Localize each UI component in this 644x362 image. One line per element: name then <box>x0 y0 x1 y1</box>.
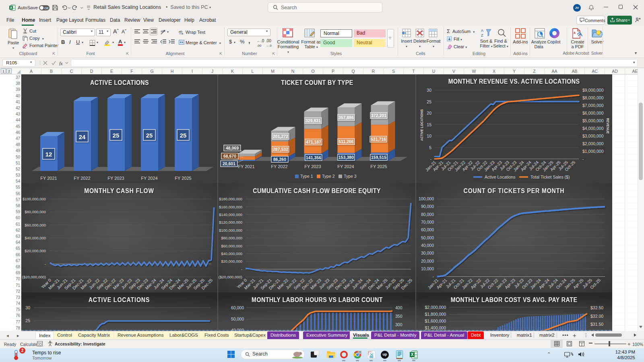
svg-text:FY 2024: FY 2024 <box>141 176 157 181</box>
svg-text:400: 400 <box>395 305 402 310</box>
svg-text:($20,000,000): ($20,000,000) <box>219 275 242 279</box>
svg-text:25: 25 <box>427 99 431 104</box>
svg-text:FY 2022: FY 2022 <box>74 176 90 181</box>
svg-text:$1,400,000: $1,400,000 <box>425 325 446 330</box>
svg-text:$2,000,000: $2,000,000 <box>582 141 604 146</box>
svg-text:Z: Z <box>481 33 483 37</box>
svg-text:ab: ab <box>179 30 182 33</box>
svg-text:MONTHLY LABOR COST VS AVG. PAY: MONTHLY LABOR COST VS AVG. PAY RATE <box>451 296 578 303</box>
svg-text:FY 2022: FY 2022 <box>271 164 287 169</box>
svg-text:159,515: 159,515 <box>371 155 386 160</box>
svg-text:68,670: 68,670 <box>223 154 236 158</box>
svg-text:10,000: 10,000 <box>421 266 434 271</box>
svg-text:$3,000,000: $3,000,000 <box>582 134 604 138</box>
svg-text:$80,000,000: $80,000,000 <box>221 236 242 240</box>
svg-text:300: 300 <box>395 322 402 327</box>
svg-text:fx: fx <box>59 61 63 66</box>
svg-text:80,000: 80,000 <box>421 212 434 217</box>
svg-text:$80,000,000: $80,000,000 <box>25 210 46 214</box>
svg-text:FY 2025: FY 2025 <box>175 176 191 181</box>
svg-text:X: X <box>411 352 414 357</box>
svg-text:FY 2025: FY 2025 <box>370 164 387 169</box>
svg-text:$1,000,000: $1,000,000 <box>582 149 604 154</box>
svg-text:A: A <box>574 31 576 34</box>
svg-text:$100,000,000: $100,000,000 <box>219 228 242 232</box>
svg-text:10: 10 <box>427 134 431 138</box>
svg-text:ab: ab <box>161 29 164 33</box>
svg-text:329,831: 329,831 <box>305 118 321 123</box>
svg-text:FY 2024: FY 2024 <box>337 164 354 169</box>
svg-text:287,532: 287,532 <box>273 147 288 152</box>
svg-text:$32.50: $32.50 <box>590 305 603 310</box>
svg-text:FY 2021: FY 2021 <box>40 176 57 181</box>
svg-text:MONTHLY REVENUE VS. ACTIVE LOC: MONTHLY REVENUE VS. ACTIVE LOCATIONS <box>448 78 580 85</box>
svg-text:$100,000,000: $100,000,000 <box>23 197 46 201</box>
svg-text:531,716: 531,716 <box>371 137 386 142</box>
svg-text:($20,000,000): ($20,000,000) <box>22 275 46 279</box>
svg-text:$5,000,000: $5,000,000 <box>582 118 604 123</box>
svg-text:357,886: 357,886 <box>339 115 354 120</box>
svg-text:$2,000,000: $2,000,000 <box>425 305 446 310</box>
svg-text:471,187: 471,187 <box>306 140 321 144</box>
svg-text:-: - <box>241 267 242 272</box>
svg-text:201,272: 201,272 <box>273 134 288 139</box>
svg-text:Type 1: Type 1 <box>300 174 313 179</box>
svg-text:$180,000,000: $180,000,000 <box>219 197 242 201</box>
svg-text:48,069: 48,069 <box>226 146 239 150</box>
svg-text:FY 2021: FY 2021 <box>238 164 254 169</box>
svg-text:FY 2023: FY 2023 <box>107 176 124 181</box>
svg-text:141,356: 141,356 <box>306 155 321 160</box>
svg-text:$140,000,000: $140,000,000 <box>219 212 242 217</box>
svg-text:Total Ticket Sales ($): Total Ticket Sales ($) <box>530 175 570 179</box>
svg-text:15: 15 <box>427 122 431 127</box>
svg-text:25: 25 <box>25 318 30 323</box>
svg-text:-: - <box>433 274 434 279</box>
svg-text:30: 30 <box>25 305 30 310</box>
svg-text:372,201: 372,201 <box>371 113 386 118</box>
svg-text:Type 3: Type 3 <box>344 174 357 179</box>
svg-text:X: X <box>10 6 12 10</box>
svg-text:$60,000,000: $60,000,000 <box>221 244 242 248</box>
svg-text:50,000: 50,000 <box>421 235 434 240</box>
svg-text:$32.00: $32.00 <box>590 314 603 319</box>
svg-text:ACTIVE LOCATIONS: ACTIVE LOCATIONS <box>419 109 424 141</box>
svg-text:Type 2: Type 2 <box>322 174 335 179</box>
svg-text:$9,000,000: $9,000,000 <box>582 88 604 93</box>
svg-text:ACTIVE LOCATIONS: ACTIVE LOCATIONS <box>90 79 149 86</box>
svg-text:60,000: 60,000 <box>231 305 244 310</box>
svg-text:350: 350 <box>395 314 402 319</box>
svg-text:20,000: 20,000 <box>421 259 434 263</box>
svg-text:Active Locations: Active Locations <box>485 175 515 179</box>
svg-text:60,000: 60,000 <box>421 227 434 232</box>
svg-text:24: 24 <box>79 134 86 140</box>
svg-text:20,601: 20,601 <box>223 161 235 166</box>
svg-text:20: 20 <box>427 111 431 115</box>
svg-text:$20,000,000: $20,000,000 <box>25 249 46 253</box>
svg-text:25: 25 <box>180 132 187 139</box>
svg-text:$1,600,000: $1,600,000 <box>425 319 446 323</box>
svg-text:-: - <box>582 156 584 161</box>
svg-text:50,000: 50,000 <box>231 317 244 321</box>
svg-text:$7,000,000: $7,000,000 <box>582 103 604 108</box>
svg-text:86,260: 86,260 <box>273 157 286 162</box>
svg-text:40,000: 40,000 <box>421 243 434 248</box>
svg-text:MONTHLY LABOR HOURS VS LABOR C: MONTHLY LABOR HOURS VS LABOR COUNT <box>252 296 383 303</box>
svg-text:$4,000,000: $4,000,000 <box>582 126 604 131</box>
svg-text:-: - <box>45 262 46 266</box>
svg-text:CUMULATIVE CASH FLOW BEFORE EQ: CUMULATIVE CASH FLOW BEFORE EQUITY <box>253 187 381 194</box>
svg-text:$1,800,000: $1,800,000 <box>425 312 446 317</box>
svg-text:$40,000,000: $40,000,000 <box>25 236 46 240</box>
svg-text:$160,000,000: $160,000,000 <box>219 205 242 209</box>
svg-text:5: 5 <box>429 145 431 150</box>
svg-text:A: A <box>481 29 483 33</box>
svg-text:$6,000,000: $6,000,000 <box>582 111 604 115</box>
svg-text:$120,000,000: $120,000,000 <box>219 220 242 224</box>
svg-text:ACTIVE LOCATIONS: ACTIVE LOCATIONS <box>89 296 150 303</box>
svg-text:70,000: 70,000 <box>421 220 434 224</box>
svg-text:12: 12 <box>45 151 52 158</box>
svg-text:30,000: 30,000 <box>421 251 434 255</box>
svg-text:90,000: 90,000 <box>421 204 434 209</box>
svg-text:FY 2023: FY 2023 <box>304 164 321 169</box>
svg-text:$40,000,000: $40,000,000 <box>221 251 242 256</box>
svg-text:511,266: 511,266 <box>339 139 354 144</box>
